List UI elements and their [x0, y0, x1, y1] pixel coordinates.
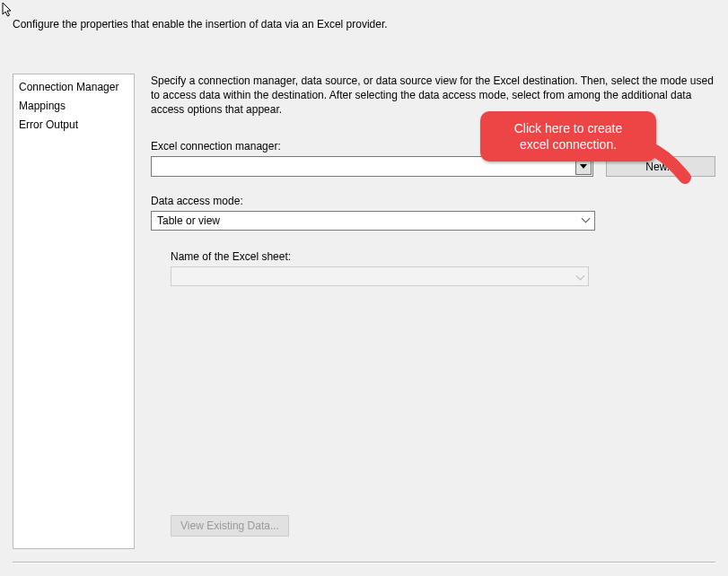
sidebar-item-error-output[interactable]: Error Output	[13, 116, 134, 135]
divider	[13, 562, 715, 563]
data-access-mode-dropdown-button[interactable]	[579, 213, 593, 229]
chevron-down-icon	[583, 217, 590, 224]
page-description: Configure the properties that enable the…	[0, 0, 728, 39]
view-existing-data-button: View Existing Data...	[171, 515, 289, 537]
annotation-callout: Click here to create excel connection.	[480, 111, 656, 161]
annotation-arrow-icon	[624, 142, 696, 187]
sheet-name-dropdown-button	[573, 268, 587, 284]
chevron-down-icon	[577, 275, 583, 279]
chevron-down-icon	[580, 164, 587, 169]
data-access-mode-select[interactable]: Table or view	[151, 211, 595, 231]
intro-text: Specify a connection manager, data sourc…	[151, 74, 715, 117]
data-access-mode-label: Data access mode:	[151, 195, 715, 207]
sheet-name-label: Name of the Excel sheet:	[171, 250, 715, 263]
sheet-name-select	[171, 266, 589, 286]
mouse-cursor-icon	[2, 2, 14, 18]
sidebar-item-connection-manager[interactable]: Connection Manager	[13, 78, 134, 97]
data-access-mode-value: Table or view	[157, 214, 220, 227]
sidebar: Connection Manager Mappings Error Output	[13, 74, 135, 549]
sidebar-item-mappings[interactable]: Mappings	[13, 97, 134, 116]
